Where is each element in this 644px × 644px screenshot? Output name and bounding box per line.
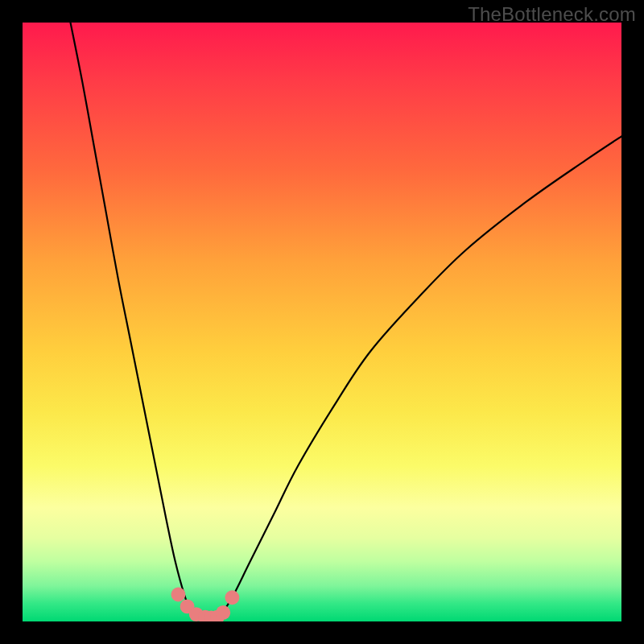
valley-marker [216, 605, 230, 620]
bottleneck-curve [71, 23, 621, 620]
chart-frame: TheBottleneck.com [0, 0, 644, 644]
valley-marker [171, 588, 186, 602]
valley-marker [225, 590, 239, 605]
chart-plot-area [23, 23, 621, 621]
chart-svg [23, 23, 621, 621]
